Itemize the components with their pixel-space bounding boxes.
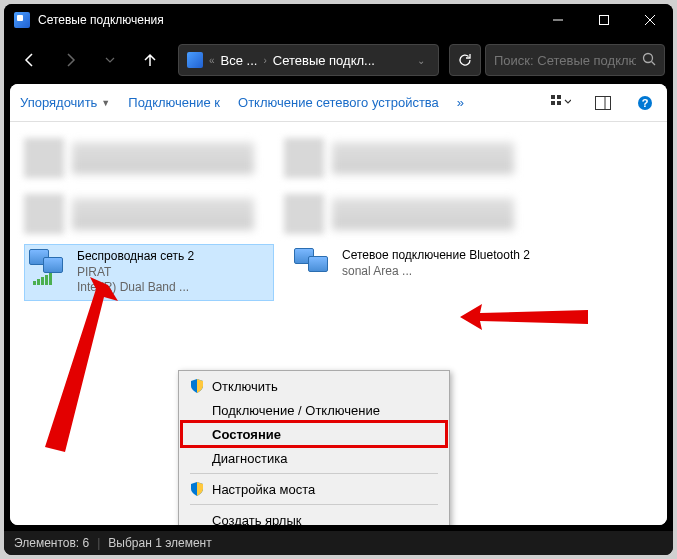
search-icon[interactable] [642,52,656,69]
menu-label: Диагностика [212,451,287,466]
breadcrumb-separator: › [263,55,266,66]
connection-name: Беспроводная сеть 2 [77,249,194,265]
minimize-button[interactable] [535,4,581,36]
breadcrumb-prefix: « [209,55,215,66]
list-item[interactable] [284,192,514,236]
window-title: Сетевые подключения [38,13,164,27]
menu-diagnostics[interactable]: Диагностика [182,446,446,470]
svg-rect-9 [557,101,561,105]
list-item[interactable] [284,136,514,180]
menu-connect-disconnect[interactable]: Подключение / Отключение [182,398,446,422]
preview-pane-icon [595,96,611,110]
svg-rect-7 [557,95,561,99]
menu-label: Отключить [212,379,278,394]
search-box[interactable] [485,44,665,76]
more-label: » [457,95,464,110]
refresh-button[interactable] [449,44,481,76]
help-button[interactable]: ? [633,95,657,111]
svg-rect-6 [551,95,555,99]
close-icon [645,15,655,25]
breadcrumb-item[interactable]: Все ... [221,53,258,68]
titlebar: Сетевые подключения [4,4,673,36]
connect-to-button[interactable]: Подключение к [128,95,220,110]
arrow-up-icon [142,52,158,68]
recent-dropdown[interactable] [92,42,128,78]
svg-point-4 [644,53,653,62]
list-item[interactable] [24,192,254,236]
view-grid-icon [551,95,571,111]
status-bar: Элементов: 6 | Выбран 1 элемент [4,531,673,555]
network-adapter-icon [294,248,334,284]
command-bar: Упорядочить ▼ Подключение к Отключение с… [10,84,667,122]
maximize-button[interactable] [581,4,627,36]
explorer-frame: Упорядочить ▼ Подключение к Отключение с… [10,84,667,525]
shield-icon [189,481,205,497]
menu-status[interactable]: Состояние [182,422,446,446]
annotation-arrow-right [450,302,590,332]
arrow-right-icon [62,52,78,68]
connection-name: Сетевое подключение Bluetooth 2 [342,248,530,264]
help-icon: ? [637,95,653,111]
connect-label: Подключение к [128,95,220,110]
preview-pane-button[interactable] [591,96,615,110]
organize-label: Упорядочить [20,95,97,110]
address-dropdown[interactable]: ⌄ [412,55,430,66]
arrow-left-icon [22,52,38,68]
context-menu: Отключить Подключение / Отключение Состо… [178,370,450,525]
address-bar[interactable]: « Все ... › Сетевые подкл... ⌄ [178,44,439,76]
menu-label: Подключение / Отключение [212,403,380,418]
svg-rect-1 [600,16,609,25]
svg-line-5 [652,61,656,65]
svg-rect-10 [596,96,611,109]
list-item[interactable] [24,136,254,180]
blurred-connections-row [24,192,653,236]
breadcrumb-item[interactable]: Сетевые подкл... [273,53,375,68]
status-elements-count: Элементов: 6 [14,536,89,550]
shield-icon [189,378,205,394]
up-button[interactable] [132,42,168,78]
chevron-down-icon [105,55,115,65]
connection-bluetooth[interactable]: Сетевое подключение Bluetooth 2 sonal Ar… [290,244,540,288]
location-icon [187,52,203,68]
organize-menu[interactable]: Упорядочить ▼ [20,95,110,110]
svg-text:?: ? [642,97,649,109]
svg-rect-8 [551,101,555,105]
navigation-bar: « Все ... › Сетевые подкл... ⌄ [4,36,673,84]
connection-adapter: sonal Area ... [342,264,530,280]
back-button[interactable] [12,42,48,78]
forward-button[interactable] [52,42,88,78]
menu-separator [190,504,438,505]
annotation-arrow-left [30,277,120,457]
connection-text: Сетевое подключение Bluetooth 2 sonal Ar… [342,248,530,279]
more-commands[interactable]: » [457,95,464,110]
refresh-icon [458,53,472,67]
content-area: Беспроводная сеть 2 PIRAT Intel(R) Dual … [10,122,667,525]
search-input[interactable] [494,53,636,68]
disable-device-button[interactable]: Отключение сетевого устройства [238,95,439,110]
close-button[interactable] [627,4,673,36]
menu-bridge[interactable]: Настройка моста [182,477,446,501]
menu-label: Настройка моста [212,482,315,497]
minimize-icon [553,15,563,25]
status-separator: | [97,536,100,550]
menu-separator [190,473,438,474]
menu-label: Создать ярлык [212,513,301,526]
blurred-connections-row [24,136,653,180]
window: Сетевые подключения « Все ... › С [4,4,673,555]
menu-label: Состояние [212,427,281,442]
menu-disable[interactable]: Отключить [182,374,446,398]
chevron-down-icon: ▼ [101,98,110,108]
view-options-button[interactable] [549,95,573,111]
status-selected-count: Выбран 1 элемент [108,536,211,550]
menu-shortcut[interactable]: Создать ярлык [182,508,446,525]
app-icon [14,12,30,28]
disable-label: Отключение сетевого устройства [238,95,439,110]
maximize-icon [599,15,609,25]
